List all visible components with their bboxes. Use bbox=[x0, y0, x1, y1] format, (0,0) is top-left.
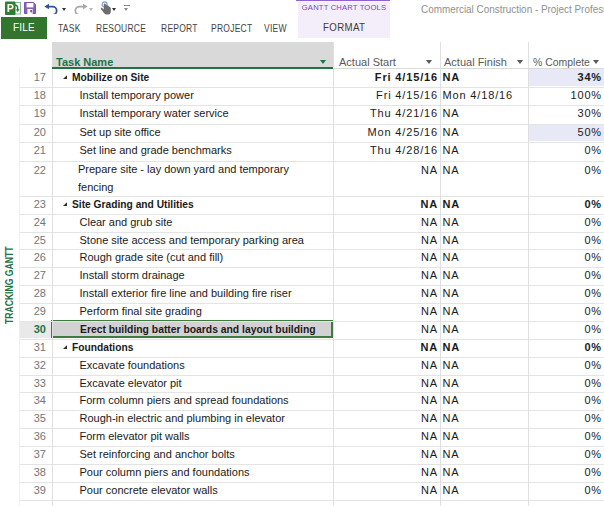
svg-text:P: P bbox=[7, 2, 14, 14]
